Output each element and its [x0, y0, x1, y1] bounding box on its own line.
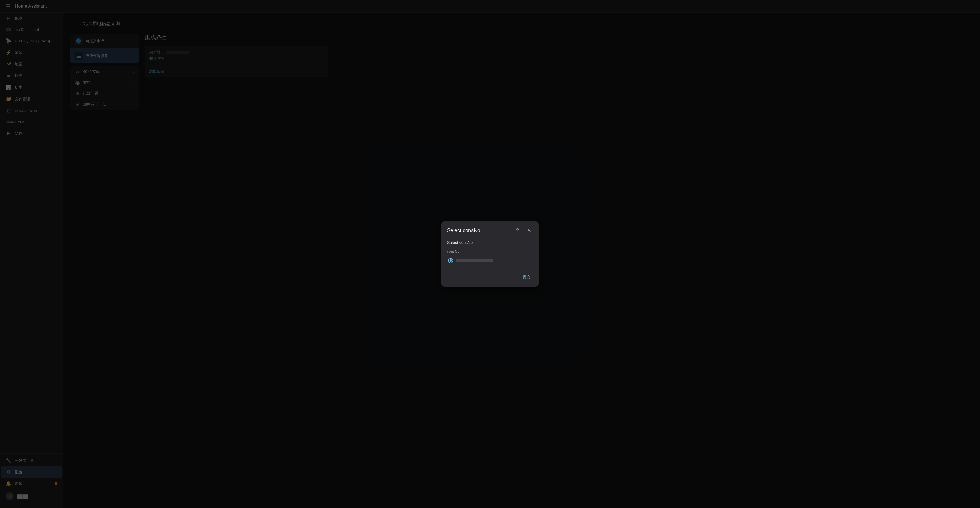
- modal-body: Select consNo consNo: [441, 238, 539, 270]
- modal-footer: 提交: [441, 270, 539, 287]
- modal-help-button[interactable]: ?: [514, 227, 522, 235]
- modal-description: Select consNo: [447, 240, 533, 245]
- modal-header-icons: ? ✕: [514, 227, 533, 235]
- radio-value-masked: [456, 259, 493, 262]
- radio-button[interactable]: [448, 258, 453, 263]
- submit-button[interactable]: 提交: [519, 272, 534, 282]
- modal-header: Select consNo ? ✕: [441, 221, 539, 238]
- modal-overlay: Select consNo ? ✕ Select consNo consNo 提: [63, 13, 980, 508]
- modal-section-label: consNo: [447, 249, 533, 253]
- modal-close-button[interactable]: ✕: [525, 227, 533, 235]
- radio-option[interactable]: [447, 256, 533, 265]
- main-content: ← 北京用电信息查询 🔷 自定义集成 ☁ 依赖云端服务: [63, 13, 980, 508]
- modal-dialog: Select consNo ? ✕ Select consNo consNo 提: [441, 221, 539, 287]
- modal-title: Select consNo: [447, 228, 514, 233]
